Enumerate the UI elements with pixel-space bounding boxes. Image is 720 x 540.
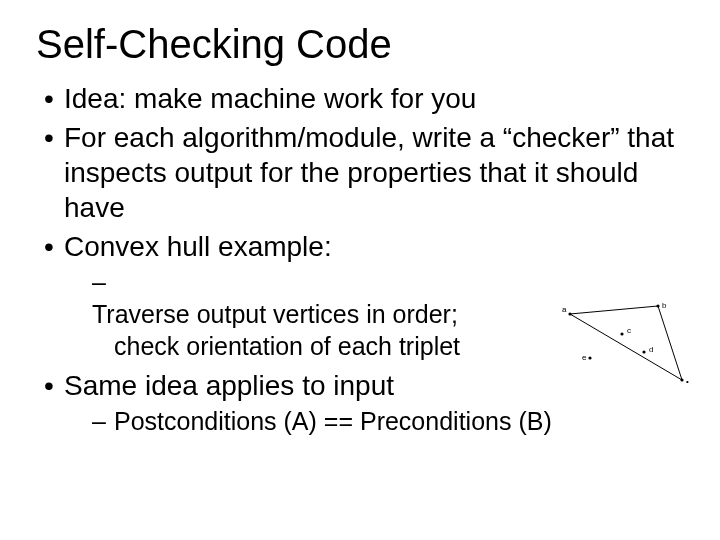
sub-bullet-list: Postconditions (A) == Preconditions (B) [64,405,684,437]
slide: Self-Checking Code Idea: make machine wo… [0,0,720,540]
vertex-label-d: d [649,345,653,354]
vertex-label-b: b [662,301,667,310]
sub-bullet-line: Traverse output vertices in order; [92,300,458,328]
vertex-label-a: a [562,305,567,314]
sub-bullet-item: Postconditions (A) == Preconditions (B) [64,405,684,437]
vertex-label-e: e [582,353,587,362]
bullet-text: Idea: make machine work for you [64,83,476,114]
svg-point-5 [642,350,645,353]
svg-point-6 [588,356,591,359]
convex-hull-diagram: a b c d e • [562,300,692,392]
bullet-item: For each algorithm/module, write a “chec… [36,120,684,225]
svg-point-2 [656,304,659,307]
bullet-text: Same idea applies to input [64,370,394,401]
svg-point-1 [568,312,571,315]
sub-bullet-line: check orientation of each triplet [114,332,460,360]
svg-marker-0 [570,306,682,380]
sub-bullet-text: Traverse output vertices in order; check… [114,298,634,362]
bullet-text: For each algorithm/module, write a “chec… [64,122,674,223]
slide-title: Self-Checking Code [36,22,684,67]
vertex-label-e2: • [686,377,689,386]
bullet-text: Convex hull example: [64,231,332,262]
vertex-label-c: c [627,326,631,335]
svg-point-3 [680,378,683,381]
bullet-item: Idea: make machine work for you [36,81,684,116]
svg-point-4 [620,332,623,335]
sub-bullet-text: Postconditions (A) == Preconditions (B) [114,407,552,435]
